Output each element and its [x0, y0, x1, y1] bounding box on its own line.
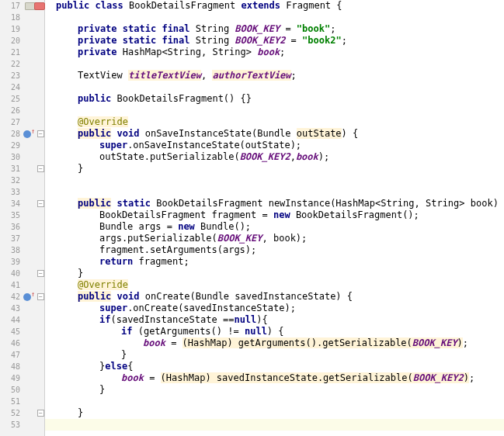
statement: fragment.setArguments(args); [99, 244, 256, 255]
line-number[interactable]: 49 [0, 372, 22, 384]
keyword: super [99, 303, 127, 313]
line-number[interactable]: 45 [0, 326, 22, 337]
method-call: .onCreate(savedInstanceState); [127, 303, 296, 313]
line-number[interactable]: 40 [0, 268, 22, 279]
line-number[interactable]: 53 [0, 419, 22, 431]
line-number[interactable]: 43 [0, 303, 22, 314]
line-number[interactable]: 44 [0, 314, 22, 326]
statement: Bundle args = [99, 221, 178, 232]
keyword: new [273, 209, 290, 220]
method-name: onSaveInstanceState(Bundle [140, 128, 297, 139]
fold-minus-icon[interactable]: − [37, 407, 44, 419]
current-line[interactable] [45, 419, 504, 431]
line-number[interactable]: 30 [0, 151, 22, 163]
brace: { [127, 361, 133, 372]
line-number[interactable]: 24 [0, 81, 22, 93]
line-number[interactable]: 51 [0, 396, 22, 407]
line-number[interactable]: 50 [0, 384, 22, 396]
keyword: void [117, 291, 140, 302]
keyword: class [96, 0, 123, 11]
line-number[interactable]: 46 [0, 337, 22, 349]
cast-expression: (HashMap) savedInstanceState.getSerializ… [161, 372, 469, 383]
brace: } [121, 349, 127, 360]
parameter: outState [297, 128, 342, 139]
keyword: final [162, 35, 189, 46]
line-number[interactable]: 34 [0, 198, 22, 209]
keyword: extends [241, 0, 280, 11]
method-call: .onSaveInstanceState(outState); [127, 140, 301, 151]
constant: BOOK_KEY2 [235, 35, 285, 46]
keyword: final [162, 23, 189, 34]
line-number[interactable]: 32 [0, 175, 22, 186]
field: book [143, 337, 165, 348]
line-number[interactable]: 22 [0, 58, 22, 70]
constant: BOOK_KEY2 [240, 151, 290, 162]
keyword: static [123, 35, 156, 46]
class-name: BookDetailsFragment [129, 0, 235, 11]
superclass: Fragment { [286, 0, 342, 11]
brace: } [99, 384, 105, 395]
override-marker-icon[interactable]: ↑ [23, 128, 31, 140]
keyword: super [99, 140, 127, 151]
fold-minus-icon[interactable]: − [37, 163, 44, 175]
line-number[interactable]: 18 [0, 12, 22, 23]
string-literal: "book" [297, 23, 330, 34]
keyword: public [78, 128, 111, 139]
line-number[interactable]: 37 [0, 233, 22, 244]
keyword: else [105, 361, 127, 372]
keyword: private [78, 35, 117, 46]
line-number[interactable]: 26 [0, 105, 22, 116]
method-signature: onCreate(Bundle savedInstanceState) { [140, 291, 353, 302]
line-number[interactable]: 47 [0, 349, 22, 361]
brace: } [78, 268, 83, 279]
keyword: public [78, 198, 111, 209]
method-signature: BookDetailsFragment newInstance(HashMap<… [151, 198, 504, 209]
keyword: null [245, 326, 267, 337]
fold-minus-icon[interactable]: − [37, 291, 44, 303]
keyword: null [234, 314, 256, 325]
statement: BookDetailsFragment fragment = [99, 209, 273, 220]
method-call: outState.putSerializable( [99, 151, 240, 162]
line-number[interactable]: 25 [0, 93, 22, 105]
line-number[interactable]: 27 [0, 116, 22, 128]
constant: BOOK_KEY [235, 23, 280, 34]
code-editor[interactable]: public class BookDetailsFragment extends… [45, 0, 504, 436]
fold-minus-icon[interactable]: − [37, 128, 44, 140]
editor-gutter: 1718192021222324252627282930313233343536… [0, 0, 45, 436]
field: titleTextView [128, 70, 201, 81]
field: authorTextView [212, 70, 290, 81]
line-number[interactable]: 48 [0, 361, 22, 372]
line-number[interactable]: 28 [0, 128, 22, 140]
line-number[interactable]: 20 [0, 35, 22, 47]
keyword: static [123, 23, 156, 34]
line-number[interactable]: 23 [0, 70, 22, 81]
line-number[interactable]: 36 [0, 221, 22, 233]
keyword: void [117, 128, 140, 139]
fold-minus-icon[interactable]: − [37, 198, 44, 209]
field: book [121, 372, 144, 383]
brace: } [78, 407, 83, 418]
line-number[interactable]: 19 [0, 23, 22, 35]
brace: } [78, 163, 83, 174]
override-marker-icon[interactable]: ↑ [23, 291, 31, 303]
keyword: public [78, 93, 111, 104]
line-number[interactable]: 35 [0, 209, 22, 221]
line-number[interactable]: 21 [0, 47, 22, 58]
keyword: private [78, 23, 117, 34]
line-number[interactable]: 41 [0, 279, 22, 291]
error-marker-icon[interactable] [34, 0, 45, 12]
field: book [257, 47, 280, 57]
line-number[interactable]: 39 [0, 256, 22, 268]
type: HashMap<String, String> [123, 47, 257, 57]
line-number[interactable]: 38 [0, 244, 22, 256]
fold-minus-icon[interactable]: − [37, 268, 44, 279]
keyword: public [56, 0, 89, 11]
line-number[interactable]: 52 [0, 407, 22, 419]
type: TextView [78, 70, 128, 81]
line-number[interactable]: 29 [0, 140, 22, 151]
line-number[interactable]: 31 [0, 163, 22, 175]
line-number[interactable]: 42 [0, 291, 22, 303]
line-number[interactable]: 17 [0, 0, 22, 12]
line-number[interactable]: 33 [0, 186, 22, 198]
keyword: if [121, 326, 132, 337]
